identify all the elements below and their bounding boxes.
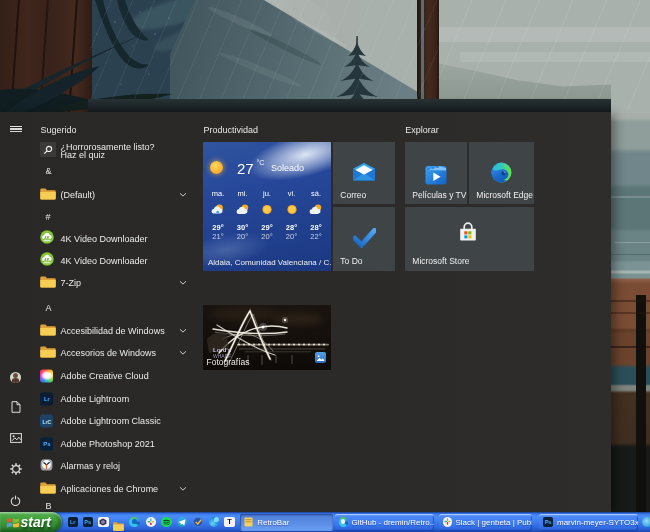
- svg-text:4K: 4K: [45, 235, 50, 240]
- svg-text:4K: 4K: [45, 257, 50, 262]
